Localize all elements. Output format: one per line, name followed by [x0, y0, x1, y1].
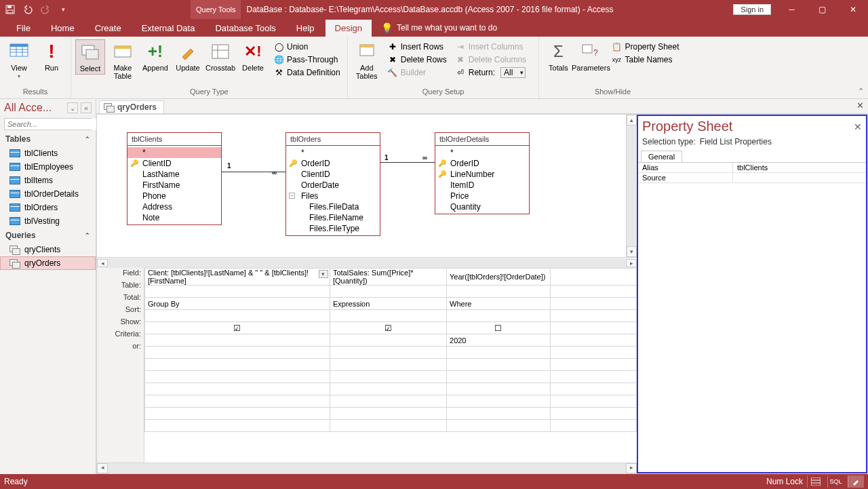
qbe-cell[interactable]: Where: [447, 298, 551, 310]
field-item[interactable]: 🔑ClientID: [127, 158, 221, 169]
nav-item-query[interactable]: qryOrders: [0, 256, 96, 270]
qbe-cell[interactable]: [550, 322, 636, 334]
qbe-cell[interactable]: ☑: [330, 322, 446, 334]
close-document-icon[interactable]: ✕: [856, 100, 864, 111]
tell-me-search[interactable]: 💡 Tell me what you want to do: [373, 19, 505, 37]
field-item[interactable]: OrderDate: [286, 180, 380, 191]
qbe-cell[interactable]: [550, 334, 636, 347]
minimize-icon[interactable]: ─: [776, 0, 807, 19]
data-definition-button[interactable]: ⚒Data Definition: [271, 66, 343, 79]
field-item[interactable]: *: [435, 147, 529, 158]
qbe-cell[interactable]: [145, 371, 330, 383]
nav-item-table[interactable]: tblOrderDetails: [0, 187, 96, 201]
qbe-cell[interactable]: Year([tblOrders]![OrderDate]): [447, 269, 551, 286]
qbe-cell[interactable]: [145, 408, 330, 420]
parameters-button[interactable]: ? Parameters: [576, 39, 606, 73]
make-table-button[interactable]: Make Table: [108, 39, 138, 81]
horizontal-scrollbar[interactable]: ◂▸: [97, 257, 637, 268]
field-item[interactable]: FirstName: [127, 180, 221, 191]
qbe-cell[interactable]: 2020: [447, 334, 551, 347]
property-sheet-button[interactable]: 📋Property Sheet: [608, 41, 682, 53]
nav-item-query[interactable]: qryClients: [0, 243, 96, 256]
qbe-columns[interactable]: Client: [tblClients]![LastName] & " " & …: [144, 268, 637, 463]
qbe-cell[interactable]: [550, 408, 636, 420]
update-button[interactable]: Update: [173, 39, 203, 73]
union-button[interactable]: ◯Union: [271, 41, 343, 53]
tab-create[interactable]: Create: [85, 20, 131, 37]
property-tab-general[interactable]: General: [641, 151, 682, 162]
qbe-cell[interactable]: [447, 395, 551, 408]
field-item[interactable]: *: [286, 147, 380, 158]
nav-collapse-icon[interactable]: «: [81, 102, 92, 113]
qbe-cell[interactable]: [550, 347, 636, 359]
qbe-cell[interactable]: [330, 347, 446, 359]
qbe-cell[interactable]: [145, 420, 330, 432]
qbe-cell[interactable]: [447, 347, 551, 359]
sql-view-button[interactable]: SQL: [827, 475, 844, 488]
delete-columns-button[interactable]: ✖Delete Columns: [452, 54, 535, 66]
qbe-cell[interactable]: [145, 286, 330, 298]
nav-group-tables[interactable]: Tables⌃: [0, 132, 96, 146]
tab-database-tools[interactable]: Database Tools: [205, 20, 285, 37]
qbe-cell[interactable]: [330, 383, 446, 395]
qbe-cell[interactable]: [447, 310, 551, 322]
document-tab[interactable]: qryOrders: [99, 100, 164, 113]
table-names-button[interactable]: xyzTable Names: [608, 54, 682, 66]
view-button[interactable]: View ▾: [4, 39, 34, 81]
qbe-cell[interactable]: [550, 395, 636, 408]
field-item[interactable]: 🔑OrderID: [435, 158, 529, 169]
field-item[interactable]: Phone: [127, 191, 221, 201]
run-button[interactable]: ! Run: [37, 39, 66, 73]
qbe-cell[interactable]: ☐: [447, 322, 551, 334]
save-icon[interactable]: [3, 2, 18, 17]
maximize-icon[interactable]: ▢: [807, 0, 837, 19]
qbe-cell[interactable]: [550, 269, 636, 286]
qbe-cell[interactable]: [330, 395, 446, 408]
qbe-cell[interactable]: [145, 395, 330, 408]
tab-home[interactable]: Home: [41, 20, 84, 37]
qbe-cell[interactable]: [550, 420, 636, 432]
qbe-cell[interactable]: Client: [tblClients]![LastName] & " " & …: [145, 269, 330, 286]
qbe-cell[interactable]: [447, 371, 551, 383]
nav-group-queries[interactable]: Queries⌃: [0, 228, 96, 243]
table-box-tblclients[interactable]: tblClients *🔑ClientIDLastNameFirstNamePh…: [127, 132, 222, 225]
tab-external-data[interactable]: External Data: [132, 20, 205, 37]
nav-item-table[interactable]: tblItems: [0, 174, 96, 187]
relationship-line[interactable]: [380, 162, 435, 163]
field-item[interactable]: LastName: [127, 169, 221, 180]
qbe-cell[interactable]: [330, 310, 446, 322]
property-row[interactable]: AliastblClients: [638, 163, 866, 173]
field-item[interactable]: Note: [127, 212, 221, 223]
field-item[interactable]: Files.FileName: [286, 212, 380, 223]
qbe-cell[interactable]: Group By: [145, 298, 330, 310]
qbe-cell[interactable]: [447, 286, 551, 298]
relationship-diagram[interactable]: tblClients *🔑ClientIDLastNameFirstNamePh…: [97, 115, 637, 257]
qbe-cell[interactable]: [550, 359, 636, 371]
checkbox-icon[interactable]: ☐: [494, 324, 502, 333]
totals-button[interactable]: Σ Totals: [543, 39, 573, 73]
qbe-cell[interactable]: Expression: [330, 298, 446, 310]
field-item[interactable]: Quantity: [435, 201, 529, 212]
redo-icon[interactable]: [38, 2, 53, 17]
nav-item-table[interactable]: tblClients: [0, 146, 96, 160]
pass-through-button[interactable]: 🌐Pass-Through: [271, 54, 343, 66]
nav-item-table[interactable]: tblOrders: [0, 201, 96, 214]
qbe-cell[interactable]: [447, 383, 551, 395]
select-query-button[interactable]: Select: [75, 39, 105, 75]
qbe-cell[interactable]: [330, 371, 446, 383]
return-dropdown[interactable]: ⏎Return: All▾: [452, 66, 535, 79]
close-icon[interactable]: ✕: [837, 0, 868, 19]
qbe-cell[interactable]: [330, 334, 446, 347]
qbe-horizontal-scrollbar[interactable]: ◂▸: [97, 463, 637, 473]
field-item[interactable]: Files.FileType: [286, 223, 380, 234]
vertical-scrollbar[interactable]: ▴▾: [626, 115, 637, 257]
qbe-cell[interactable]: [550, 298, 636, 310]
delete-rows-button[interactable]: ✖Delete Rows: [384, 54, 450, 66]
insert-columns-button[interactable]: ⇥Insert Columns: [452, 41, 535, 53]
qbe-cell[interactable]: [447, 408, 551, 420]
field-item[interactable]: Price: [435, 191, 529, 201]
collapse-icon[interactable]: −: [289, 193, 295, 199]
sign-in-button[interactable]: Sign in: [733, 4, 771, 15]
qbe-cell[interactable]: [330, 420, 446, 432]
tab-help[interactable]: Help: [287, 20, 324, 37]
